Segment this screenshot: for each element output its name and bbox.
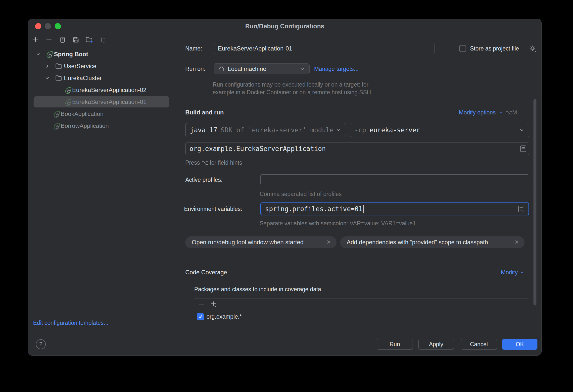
ok-button[interactable]: OK [502,339,537,350]
remove-pattern-icon[interactable] [198,301,205,307]
run-debug-configurations-dialog: Run/Debug Configurations az [28,19,542,356]
run-on-hint-line1: Run configurations may be executed local… [213,81,368,89]
chip-add-provided-dependencies[interactable]: Add dependencies with “provided” scope t… [340,236,525,248]
home-icon [218,66,225,72]
cp-prefix: -cp [354,126,366,134]
build-and-run-title: Build and run [185,108,224,116]
chip-label: Open run/debug tool window when started [192,239,304,246]
chevron-down-icon [520,270,525,275]
new-folder-icon[interactable] [85,36,93,44]
jre-detail: SDK of 'eureka-server' module [221,126,334,134]
chevron-down-icon [498,110,503,115]
chevron-down-icon[interactable] [45,75,50,81]
field-hints-text: Press ⌥ for field hints [185,159,242,167]
sidebar-item-label: Spring Boot [54,51,88,58]
environment-variables-label: Environment variables: [184,205,242,213]
remove-configuration-icon[interactable] [45,36,53,44]
code-coverage-title: Code Coverage [185,268,227,276]
sidebar-item-label: BookApplication [61,110,103,117]
sidebar-item-label: EurekaServerApplication-02 [72,87,146,94]
coverage-table: org.example.* [194,298,529,333]
section-separator [351,289,529,289]
configurations-toolbar: az [32,33,107,46]
toolbar-divider [28,47,176,47]
sidebar-item-label: BorrowApplication [61,122,109,129]
chevron-down-icon [336,127,341,133]
expand-field-icon[interactable] [518,205,525,213]
modify-options-shortcut: ⌥M [506,108,517,116]
chevron-down-icon[interactable] [36,51,41,57]
jre-select[interactable]: java 17 SDK of 'eureka-server' module [185,123,346,137]
environment-variables-helper: Separate variables with semicolon: VAR=v… [260,220,416,227]
sort-configurations-icon[interactable]: az [99,36,107,44]
sidebar-item-eurekacluster[interactable]: EurekaCluster [28,72,176,84]
copy-configuration-icon[interactable] [58,36,66,44]
sidebar-item-userservice[interactable]: UserService [28,60,176,72]
modify-options-control[interactable]: Modify options ⌥M [459,108,517,116]
run-on-label: Run on: [185,65,205,73]
help-button[interactable]: ? [36,339,46,349]
add-pattern-icon[interactable] [210,300,218,308]
sidebar-item-eurekaserverapplication-02[interactable]: EurekaServerApplication-02 [28,84,176,96]
store-as-project-file-checkbox[interactable] [459,45,466,52]
close-icon[interactable]: ✕ [327,239,331,245]
active-profiles-helper: Comma separated list of profiles [260,190,342,198]
name-label: Name: [185,45,202,52]
apply-button[interactable]: Apply [418,339,454,350]
spring-boot-run-config-icon [53,122,61,130]
chevron-down-icon [519,127,525,133]
name-input[interactable]: EurekaServerApplication-01 [214,43,434,54]
dialog-title: Run/Debug Configurations [28,19,541,33]
chevron-right-icon[interactable] [45,63,50,69]
manage-targets-link[interactable]: Manage targets... [314,65,359,73]
chip-open-run-debug-tool-window[interactable]: Open run/debug tool window when started … [185,236,336,248]
svg-text:z: z [103,40,105,43]
cp-value: eureka-server [370,126,420,134]
main-class-input[interactable]: org.example.EurekaServerApplication [185,143,529,155]
close-icon[interactable]: ✕ [515,239,519,245]
sidebar-item-label: EurekaServerApplication-01 [72,98,146,105]
store-options-gear-icon[interactable] [528,44,537,53]
coverage-pattern-row[interactable]: org.example.* [194,310,529,323]
sidebar-divider [176,33,176,333]
cancel-button[interactable]: Cancel [461,339,497,350]
active-profiles-input[interactable] [260,174,529,185]
spring-boot-icon [46,50,53,58]
chevron-down-icon [299,66,305,72]
sidebar-item-eurekaserverapplication-01-selected[interactable]: EurekaServerApplication-01 [28,96,176,108]
sidebar-item-borrowapplication[interactable]: BorrowApplication [28,120,176,132]
checked-checkbox[interactable] [197,313,204,320]
spring-boot-run-config-icon [64,98,72,106]
environment-variables-value: spring.profiles.active=01 [265,205,362,213]
folder-icon [55,62,62,70]
add-configuration-icon[interactable] [32,36,40,44]
name-value: EurekaServerApplication-01 [218,45,292,52]
sidebar-item-label: EurekaCluster [64,75,102,82]
sidebar-item-bookapplication[interactable]: BookApplication [28,108,176,120]
save-configuration-icon[interactable] [72,36,80,44]
run-on-select[interactable]: Local machine [214,63,310,74]
footer-divider [28,333,542,333]
environment-variables-input[interactable]: spring.profiles.active=01 [260,202,529,215]
section-separator [236,272,497,272]
sidebar-item-label: UserService [64,63,96,70]
sidebar-item-spring-boot[interactable]: Spring Boot [28,48,176,60]
text-caret [363,205,364,213]
jre-value: java 17 [190,126,217,134]
run-button[interactable]: Run [377,339,413,350]
vertical-scrollbar-thumb[interactable] [533,99,536,305]
coverage-modify-link[interactable]: Modify [501,268,518,276]
coverage-modify-control[interactable]: Modify [501,268,525,276]
spring-boot-run-config-icon [53,110,61,118]
active-profiles-label: Active profiles: [185,176,223,184]
run-on-value: Local machine [228,65,266,72]
coverage-pattern-label: org.example.* [206,313,242,320]
expand-field-icon[interactable] [520,145,527,153]
store-as-project-file-label: Store as project file [470,45,519,52]
modify-options-link[interactable]: Modify options [459,108,496,116]
classpath-module-select[interactable]: -cp eureka-server [350,123,529,137]
spring-boot-run-config-icon [64,86,72,94]
folder-icon [55,74,62,82]
chip-label: Add dependencies with “provided” scope t… [347,239,488,246]
edit-configuration-templates-link[interactable]: Edit configuration templates... [33,319,108,327]
